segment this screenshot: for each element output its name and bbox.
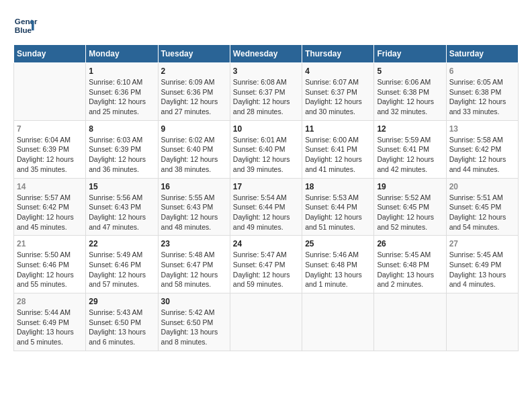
day-info: Sunrise: 6:00 AMSunset: 6:41 PMDaylight:… <box>305 135 371 175</box>
calendar-cell: 29Sunrise: 5:43 AMSunset: 6:50 PMDayligh… <box>86 293 158 351</box>
calendar-cell: 8Sunrise: 6:03 AMSunset: 6:39 PMDaylight… <box>86 120 158 178</box>
day-info: Sunrise: 6:05 AMSunset: 6:38 PMDaylight:… <box>449 77 515 117</box>
day-info: Sunrise: 6:04 AMSunset: 6:39 PMDaylight:… <box>17 135 83 175</box>
day-info: Sunrise: 5:45 AMSunset: 6:48 PMDaylight:… <box>377 250 443 289</box>
svg-text:Blue: Blue <box>15 26 32 34</box>
day-info: Sunrise: 6:06 AMSunset: 6:38 PMDaylight:… <box>377 77 443 117</box>
day-info: Sunrise: 6:09 AMSunset: 6:36 PMDaylight:… <box>161 77 227 117</box>
day-number: 18 <box>305 182 371 191</box>
calendar-week-row: 14Sunrise: 5:57 AMSunset: 6:42 PMDayligh… <box>14 178 519 236</box>
calendar-cell: 20Sunrise: 5:51 AMSunset: 6:45 PMDayligh… <box>446 178 518 236</box>
svg-text:General: General <box>15 17 38 26</box>
day-info: Sunrise: 5:50 AMSunset: 6:46 PMDaylight:… <box>17 250 83 289</box>
day-info: Sunrise: 5:44 AMSunset: 6:49 PMDaylight:… <box>17 308 83 347</box>
calendar-cell: 7Sunrise: 6:04 AMSunset: 6:39 PMDaylight… <box>14 120 86 178</box>
calendar-cell: 30Sunrise: 5:42 AMSunset: 6:50 PMDayligh… <box>158 293 230 351</box>
calendar-cell: 25Sunrise: 5:46 AMSunset: 6:48 PMDayligh… <box>302 236 374 293</box>
calendar-cell: 14Sunrise: 5:57 AMSunset: 6:42 PMDayligh… <box>14 178 86 236</box>
day-info: Sunrise: 6:10 AMSunset: 6:36 PMDaylight:… <box>89 77 154 117</box>
day-number: 16 <box>161 182 227 191</box>
calendar-cell: 12Sunrise: 5:59 AMSunset: 6:41 PMDayligh… <box>374 120 446 178</box>
day-info: Sunrise: 5:43 AMSunset: 6:50 PMDaylight:… <box>89 308 154 347</box>
day-info: Sunrise: 5:52 AMSunset: 6:45 PMDaylight:… <box>377 193 443 232</box>
calendar-cell: 3Sunrise: 6:08 AMSunset: 6:37 PMDaylight… <box>230 63 302 121</box>
day-number: 30 <box>161 297 227 306</box>
calendar-cell: 27Sunrise: 5:45 AMSunset: 6:49 PMDayligh… <box>446 236 518 293</box>
day-info: Sunrise: 5:57 AMSunset: 6:42 PMDaylight:… <box>17 193 83 232</box>
day-info: Sunrise: 5:46 AMSunset: 6:48 PMDaylight:… <box>305 250 371 289</box>
day-info: Sunrise: 5:59 AMSunset: 6:41 PMDaylight:… <box>377 135 443 175</box>
calendar-cell: 22Sunrise: 5:49 AMSunset: 6:46 PMDayligh… <box>86 236 158 293</box>
logo-icon: General Blue <box>13 13 38 38</box>
day-info: Sunrise: 5:45 AMSunset: 6:49 PMDaylight:… <box>449 250 515 289</box>
day-of-week-thursday: Thursday <box>302 45 374 63</box>
day-number: 22 <box>89 239 154 248</box>
day-number: 25 <box>305 239 371 248</box>
calendar-table: SundayMondayTuesdayWednesdayThursdayFrid… <box>13 44 519 351</box>
calendar-cell: 26Sunrise: 5:45 AMSunset: 6:48 PMDayligh… <box>374 236 446 293</box>
day-number: 9 <box>161 124 227 134</box>
calendar-cell <box>446 293 518 351</box>
day-of-week-sunday: Sunday <box>14 45 86 63</box>
day-number: 4 <box>305 66 371 76</box>
day-number: 21 <box>17 239 83 248</box>
day-info: Sunrise: 6:07 AMSunset: 6:37 PMDaylight:… <box>305 77 371 117</box>
day-info: Sunrise: 5:56 AMSunset: 6:43 PMDaylight:… <box>89 193 154 232</box>
day-info: Sunrise: 5:58 AMSunset: 6:42 PMDaylight:… <box>449 135 515 175</box>
day-number: 8 <box>89 124 154 134</box>
calendar-cell: 28Sunrise: 5:44 AMSunset: 6:49 PMDayligh… <box>14 293 86 351</box>
calendar-week-row: 21Sunrise: 5:50 AMSunset: 6:46 PMDayligh… <box>14 236 519 293</box>
day-info: Sunrise: 5:55 AMSunset: 6:43 PMDaylight:… <box>161 193 227 232</box>
day-number: 19 <box>377 182 443 191</box>
calendar-week-row: 28Sunrise: 5:44 AMSunset: 6:49 PMDayligh… <box>14 293 519 351</box>
day-number: 7 <box>17 124 83 134</box>
calendar-cell: 21Sunrise: 5:50 AMSunset: 6:46 PMDayligh… <box>14 236 86 293</box>
day-info: Sunrise: 5:47 AMSunset: 6:47 PMDaylight:… <box>233 250 299 289</box>
logo: General Blue <box>13 13 38 38</box>
day-number: 12 <box>377 124 443 134</box>
day-number: 2 <box>161 66 227 76</box>
calendar-cell <box>374 293 446 351</box>
day-of-week-saturday: Saturday <box>446 45 518 63</box>
day-info: Sunrise: 5:53 AMSunset: 6:44 PMDaylight:… <box>305 193 371 232</box>
calendar-cell: 4Sunrise: 6:07 AMSunset: 6:37 PMDaylight… <box>302 63 374 121</box>
calendar-cell: 24Sunrise: 5:47 AMSunset: 6:47 PMDayligh… <box>230 236 302 293</box>
calendar-cell: 23Sunrise: 5:48 AMSunset: 6:47 PMDayligh… <box>158 236 230 293</box>
day-number: 5 <box>377 66 443 76</box>
day-info: Sunrise: 5:42 AMSunset: 6:50 PMDaylight:… <box>161 308 227 347</box>
calendar-cell: 15Sunrise: 5:56 AMSunset: 6:43 PMDayligh… <box>86 178 158 236</box>
day-info: Sunrise: 6:02 AMSunset: 6:40 PMDaylight:… <box>161 135 227 175</box>
calendar-cell: 9Sunrise: 6:02 AMSunset: 6:40 PMDaylight… <box>158 120 230 178</box>
calendar-week-row: 7Sunrise: 6:04 AMSunset: 6:39 PMDaylight… <box>14 120 519 178</box>
day-info: Sunrise: 5:49 AMSunset: 6:46 PMDaylight:… <box>89 250 154 289</box>
calendar-header-row: SundayMondayTuesdayWednesdayThursdayFrid… <box>14 45 519 63</box>
calendar-cell <box>302 293 374 351</box>
calendar-cell: 16Sunrise: 5:55 AMSunset: 6:43 PMDayligh… <box>158 178 230 236</box>
day-number: 27 <box>449 239 515 248</box>
day-info: Sunrise: 6:01 AMSunset: 6:40 PMDaylight:… <box>233 135 299 175</box>
day-number: 15 <box>89 182 154 191</box>
day-number: 26 <box>377 239 443 248</box>
calendar-cell: 19Sunrise: 5:52 AMSunset: 6:45 PMDayligh… <box>374 178 446 236</box>
calendar-cell: 17Sunrise: 5:54 AMSunset: 6:44 PMDayligh… <box>230 178 302 236</box>
day-info: Sunrise: 5:54 AMSunset: 6:44 PMDaylight:… <box>233 193 299 232</box>
day-number: 17 <box>233 182 299 191</box>
day-number: 29 <box>89 297 154 306</box>
calendar-cell <box>230 293 302 351</box>
day-info: Sunrise: 5:48 AMSunset: 6:47 PMDaylight:… <box>161 250 227 289</box>
calendar-cell: 13Sunrise: 5:58 AMSunset: 6:42 PMDayligh… <box>446 120 518 178</box>
calendar-cell: 5Sunrise: 6:06 AMSunset: 6:38 PMDaylight… <box>374 63 446 121</box>
day-of-week-friday: Friday <box>374 45 446 63</box>
calendar-week-row: 1Sunrise: 6:10 AMSunset: 6:36 PMDaylight… <box>14 63 519 121</box>
day-number: 13 <box>449 124 515 134</box>
day-number: 20 <box>449 182 515 191</box>
calendar-cell: 11Sunrise: 6:00 AMSunset: 6:41 PMDayligh… <box>302 120 374 178</box>
day-number: 23 <box>161 239 227 248</box>
calendar-cell: 1Sunrise: 6:10 AMSunset: 6:36 PMDaylight… <box>86 63 158 121</box>
day-of-week-monday: Monday <box>86 45 158 63</box>
day-number: 28 <box>17 297 83 306</box>
day-of-week-wednesday: Wednesday <box>230 45 302 63</box>
calendar-cell: 6Sunrise: 6:05 AMSunset: 6:38 PMDaylight… <box>446 63 518 121</box>
day-number: 3 <box>233 66 299 76</box>
day-number: 1 <box>89 66 154 76</box>
